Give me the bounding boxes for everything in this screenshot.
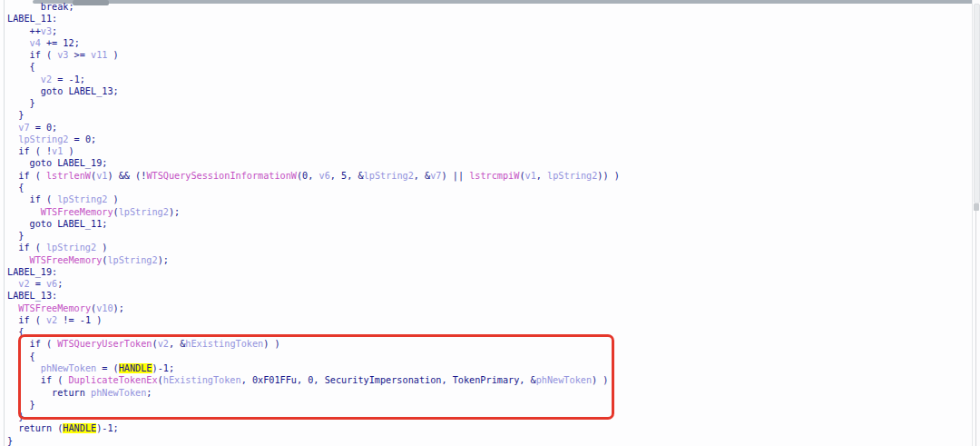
- code-token: lpString2: [547, 171, 597, 181]
- code-line[interactable]: }: [7, 411, 620, 422]
- code-token: LABEL_19:: [7, 267, 57, 277]
- code-token: lstrcmpiW: [469, 171, 519, 181]
- code-token: ,: [536, 171, 547, 181]
- code-line[interactable]: lpString2 = 0;: [7, 134, 620, 145]
- code-token: v7: [430, 171, 441, 181]
- code-token: lpString2: [57, 194, 107, 204]
- code-line[interactable]: break;: [7, 1, 620, 13]
- code-token: }: [7, 400, 35, 410]
- code-token: if (: [7, 315, 46, 325]
- vertical-scrollbar-track-line: [975, 211, 976, 446]
- code-line[interactable]: {: [7, 351, 620, 362]
- code-line[interactable]: {: [7, 182, 620, 193]
- code-line[interactable]: goto LABEL_19;: [7, 157, 620, 169]
- code-line[interactable]: v4 += 12;: [7, 37, 620, 49]
- code-line[interactable]: LABEL_11:: [7, 13, 620, 25]
- code-token: != -1 ): [57, 315, 102, 325]
- code-token: ): [107, 194, 118, 204]
- code-line[interactable]: LABEL_13:: [7, 290, 620, 302]
- code-line[interactable]: goto LABEL_13;: [7, 85, 620, 97]
- code-token: lpString2: [18, 134, 68, 144]
- code-token: );: [113, 303, 124, 313]
- code-line[interactable]: ++v3;: [7, 25, 620, 37]
- code-token: WTSQueryUserToken: [57, 339, 152, 349]
- code-token: [7, 363, 41, 373]
- code-token: v3: [57, 50, 68, 60]
- code-token: WTSFreeMemory: [30, 255, 103, 265]
- highlighted-token: HANDLE: [63, 423, 96, 433]
- vertical-scrollbar[interactable]: [972, 0, 980, 446]
- code-token: = 0;: [30, 123, 58, 133]
- vertical-scrollbar-thumb[interactable]: [974, 4, 980, 203]
- code-token: );: [169, 207, 180, 217]
- code-token: =: [30, 279, 46, 289]
- code-token: v4: [30, 38, 41, 48]
- code-token: ;: [57, 279, 63, 289]
- code-token: if (: [7, 50, 57, 60]
- code-line[interactable]: phNewToken = (HANDLE)-1;: [7, 362, 620, 374]
- code-token: }: [7, 411, 24, 421]
- code-line[interactable]: if ( v3 >= v11 ): [7, 49, 620, 61]
- code-line[interactable]: {: [7, 61, 620, 73]
- pseudocode-text[interactable]: break;LABEL_11: ++v3; v4 += 12; if ( v3 …: [7, 1, 620, 446]
- pseudocode-window: break;LABEL_11: ++v3; v4 += 12; if ( v3 …: [0, 0, 980, 446]
- code-token: {: [7, 183, 24, 193]
- code-token: lpString2: [364, 171, 414, 181]
- code-token: = 0;: [68, 134, 96, 144]
- code-line[interactable]: if ( DuplicateTokenEx(hExistingToken, 0x…: [7, 374, 620, 386]
- code-line[interactable]: return phNewToken;: [7, 387, 620, 399]
- code-token: lpString2: [46, 243, 96, 253]
- code-token: if (: [7, 375, 68, 385]
- code-token: goto LABEL_19;: [7, 158, 107, 168]
- code-token: }: [7, 98, 35, 108]
- code-line[interactable]: WTSFreeMemory(v10);: [7, 302, 620, 314]
- code-line[interactable]: if ( WTSQueryUserToken(v2, &hExistingTok…: [7, 338, 620, 350]
- code-token: return (: [7, 423, 63, 433]
- code-line[interactable]: if ( lpString2 ): [7, 242, 620, 253]
- code-line[interactable]: if ( v2 != -1 ): [7, 314, 620, 326]
- code-line[interactable]: }: [7, 399, 620, 411]
- code-token: ) && (!: [107, 171, 146, 181]
- code-line[interactable]: return (HANDLE)-1;: [7, 422, 620, 434]
- code-token: if ( !: [7, 146, 52, 156]
- code-token: += 12;: [41, 38, 80, 48]
- code-token: hExistingToken: [185, 339, 263, 349]
- code-token: ): [96, 243, 107, 253]
- code-line[interactable]: v7 = 0;: [7, 122, 620, 134]
- code-line[interactable]: goto LABEL_11;: [7, 218, 620, 230]
- code-token: {: [7, 327, 24, 337]
- code-token: >=: [68, 50, 91, 60]
- code-line[interactable]: WTSFreeMemory(lpString2);: [7, 254, 620, 266]
- code-line[interactable]: }: [7, 230, 620, 242]
- vertical-scrollbar-position-marker[interactable]: [974, 203, 979, 211]
- code-token: v1: [525, 171, 536, 181]
- code-token: phNewToken: [41, 363, 96, 373]
- code-line[interactable]: {: [7, 326, 620, 338]
- code-token: }: [7, 110, 24, 120]
- code-line[interactable]: v2 = v6;: [7, 278, 620, 290]
- code-line[interactable]: v2 = -1;: [7, 74, 620, 85]
- code-line[interactable]: WTSFreeMemory(lpString2);: [7, 206, 620, 218]
- code-line[interactable]: if ( !v1 ): [7, 145, 620, 157]
- code-line[interactable]: }: [7, 97, 620, 109]
- code-token: return: [7, 388, 91, 398]
- code-token: v6: [319, 171, 330, 181]
- code-line[interactable]: if ( lpString2 ): [7, 193, 620, 205]
- code-token: , 5, &: [330, 171, 364, 181]
- code-token: = -1;: [52, 74, 85, 84]
- code-token: }: [7, 436, 13, 446]
- code-token: , &: [414, 171, 430, 181]
- code-line[interactable]: LABEL_19:: [7, 266, 620, 278]
- code-line[interactable]: }: [7, 435, 620, 446]
- code-token: WTSQuerySessionInformationW: [146, 171, 297, 181]
- code-line[interactable]: }: [7, 109, 620, 121]
- code-token: , 0xF01FFu, 0, SecurityImpersonation, To…: [241, 375, 536, 385]
- code-token: phNewToken: [536, 375, 592, 385]
- code-token: [7, 38, 30, 48]
- code-token: [7, 74, 41, 84]
- code-token: )-1;: [152, 363, 175, 373]
- code-token: if (: [7, 194, 57, 204]
- code-token: {: [7, 352, 35, 362]
- code-token: [7, 255, 30, 265]
- code-line[interactable]: if ( lstrlenW(v1) && (!WTSQuerySessionIn…: [7, 170, 620, 182]
